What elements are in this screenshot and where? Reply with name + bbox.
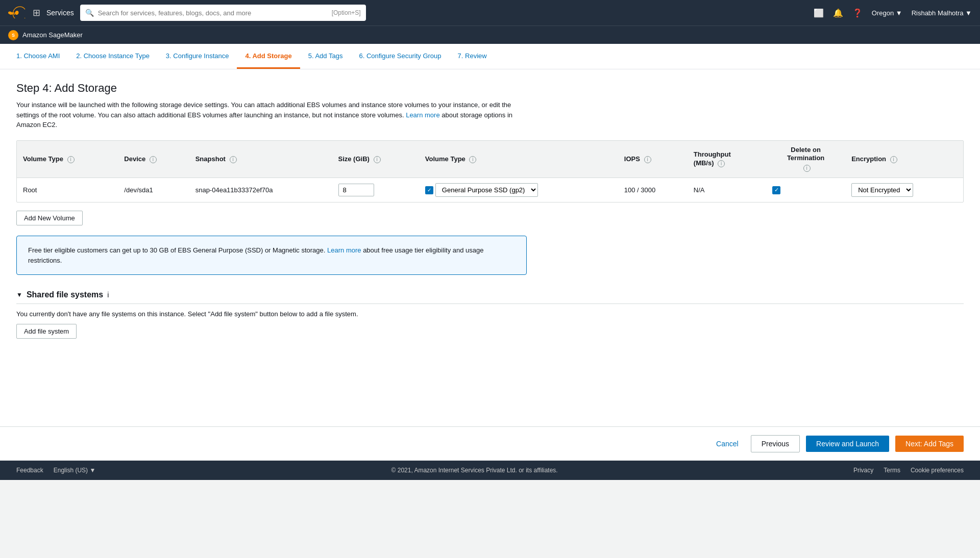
wizard-step-choose-ami[interactable]: 1. Choose AMI [8, 44, 68, 69]
wizard-step-configure-security-group[interactable]: 6. Configure Security Group [351, 44, 449, 69]
wizard-step-choose-instance-type[interactable]: 2. Choose Instance Type [68, 44, 158, 69]
table-row: Root /dev/sda1 snap-04ea11b33372ef70a ✓ … [17, 178, 963, 202]
row-size[interactable] [332, 178, 419, 202]
throughput-info-icon[interactable]: i [718, 160, 725, 167]
wizard-step-add-storage[interactable]: 4. Add Storage [237, 44, 300, 69]
main-content: Step 4: Add Storage Your instance will b… [0, 69, 980, 426]
service-icon: S [8, 30, 18, 40]
shared-file-systems-section: ▼ Shared file systems i You currently do… [16, 290, 964, 339]
learn-more-link-1[interactable]: Learn more [406, 111, 439, 119]
info-learn-more-link[interactable]: Learn more [327, 246, 361, 254]
add-volume-button[interactable]: Add New Volume [16, 211, 83, 225]
th-volume-type: Volume Type i [17, 141, 118, 178]
region-selector[interactable]: Oregon ▼ [872, 9, 902, 17]
th-size: Size (GiB) i [332, 141, 419, 178]
nav-right: ⬜ 🔔 ❓ Oregon ▼ Rishabh Malhotra ▼ [814, 8, 972, 18]
search-bar[interactable]: 🔍 [Option+S] [80, 5, 366, 21]
delete-on-termination-checkbox[interactable]: ✓ [772, 186, 780, 194]
row-volume-type-value[interactable]: ✓ General Purpose SSD (gp2) [419, 178, 618, 202]
terminal-icon[interactable]: ⬜ [814, 8, 824, 18]
next-tags-button[interactable]: Next: Add Tags [895, 436, 964, 452]
services-label[interactable]: Services [46, 9, 74, 17]
device-info-icon[interactable]: i [150, 156, 157, 163]
row-delete-on-termination[interactable]: ✓ [766, 178, 845, 202]
search-icon: 🔍 [85, 9, 94, 17]
svg-text:aws: aws [10, 10, 18, 15]
add-file-system-button[interactable]: Add file system [16, 324, 77, 339]
th-iops: IOPS i [618, 141, 688, 178]
row-encryption[interactable]: Not Encrypted [845, 178, 963, 202]
volume-type-dropdown[interactable]: General Purpose SSD (gp2) [435, 183, 538, 197]
info-box: Free tier eligible customers can get up … [16, 236, 527, 275]
row-device: /dev/sda1 [118, 178, 189, 202]
encryption-dropdown[interactable]: Not Encrypted [851, 183, 913, 197]
row-volume-type: Root [17, 178, 118, 202]
size-info-icon[interactable]: i [374, 156, 381, 163]
snapshot-info-icon[interactable]: i [230, 156, 237, 163]
wizard-step-configure-instance[interactable]: 3. Configure Instance [158, 44, 237, 69]
shared-fs-info-icon[interactable]: i [107, 291, 109, 299]
cancel-button[interactable]: Cancel [710, 436, 745, 452]
privacy-link[interactable]: Privacy [853, 467, 873, 474]
section-header: ▼ Shared file systems i [16, 290, 964, 304]
copyright: © 2021, Amazon Internet Services Private… [391, 467, 558, 474]
th-volume-type-col: Volume Type i [419, 141, 618, 178]
volume-type-indicator: ✓ [425, 186, 433, 194]
th-encryption: Encryption i [845, 141, 963, 178]
bottom-bar-left: Feedback English (US) ▼ [16, 467, 95, 474]
page-description: Your instance will be launched with the … [16, 100, 517, 130]
feedback-link[interactable]: Feedback [16, 467, 43, 474]
service-label: Amazon SageMaker [22, 31, 83, 39]
iops-info-icon[interactable]: i [644, 156, 651, 163]
storage-table: Volume Type i Device i Snapshot i Size (… [17, 141, 963, 202]
th-snapshot: Snapshot i [189, 141, 332, 178]
row-iops: 100 / 3000 [618, 178, 688, 202]
wizard-step-review[interactable]: 7. Review [450, 44, 495, 69]
volume-type-col-info-icon[interactable]: i [469, 156, 476, 163]
terms-link[interactable]: Terms [884, 467, 900, 474]
volume-type-info-icon[interactable]: i [67, 156, 75, 163]
review-launch-button[interactable]: Review and Launch [806, 436, 889, 452]
bottom-bar-right: Privacy Terms Cookie preferences [853, 467, 964, 474]
language-selector[interactable]: English (US) ▼ [54, 467, 96, 474]
page-title: Step 4: Add Storage [16, 82, 964, 95]
storage-table-wrapper: Volume Type i Device i Snapshot i Size (… [16, 140, 964, 203]
delete-on-termination-info-icon[interactable]: i [803, 165, 811, 172]
service-bar: S Amazon SageMaker [0, 26, 980, 44]
size-input[interactable] [338, 184, 374, 196]
top-navigation: aws ⊞ Services 🔍 [Option+S] ⬜ 🔔 ❓ Oregon… [0, 0, 980, 26]
cookie-preferences-link[interactable]: Cookie preferences [911, 467, 964, 474]
bottom-bar: Feedback English (US) ▼ © 2021, Amazon I… [0, 461, 980, 480]
th-device: Device i [118, 141, 189, 178]
service-name-container[interactable]: S Amazon SageMaker [8, 30, 83, 40]
shared-fs-title: Shared file systems [27, 290, 103, 299]
encryption-info-icon[interactable]: i [890, 156, 897, 163]
previous-button[interactable]: Previous [751, 435, 800, 452]
search-input[interactable] [98, 9, 328, 17]
section-toggle[interactable]: ▼ [16, 291, 22, 298]
row-throughput: N/A [688, 178, 766, 202]
row-snapshot: snap-04ea11b33372ef70a [189, 178, 332, 202]
th-throughput: Throughput (MB/s) i [688, 141, 766, 178]
wizard-step-add-tags[interactable]: 5. Add Tags [300, 44, 351, 69]
info-text-1: Free tier eligible customers can get up … [28, 246, 325, 254]
bell-icon[interactable]: 🔔 [833, 8, 843, 18]
aws-logo[interactable]: aws [8, 6, 27, 20]
th-delete-on-termination: Delete on Termination i [766, 141, 845, 178]
shared-fs-description: You currently don't have any file system… [16, 310, 964, 318]
grid-icon[interactable]: ⊞ [33, 7, 40, 18]
search-shortcut: [Option+S] [332, 9, 361, 16]
help-icon[interactable]: ❓ [852, 8, 863, 18]
wizard-steps: 1. Choose AMI 2. Choose Instance Type 3.… [0, 44, 980, 69]
footer-actions: Cancel Previous Review and Launch Next: … [0, 426, 980, 461]
user-menu[interactable]: Rishabh Malhotra ▼ [912, 9, 972, 17]
